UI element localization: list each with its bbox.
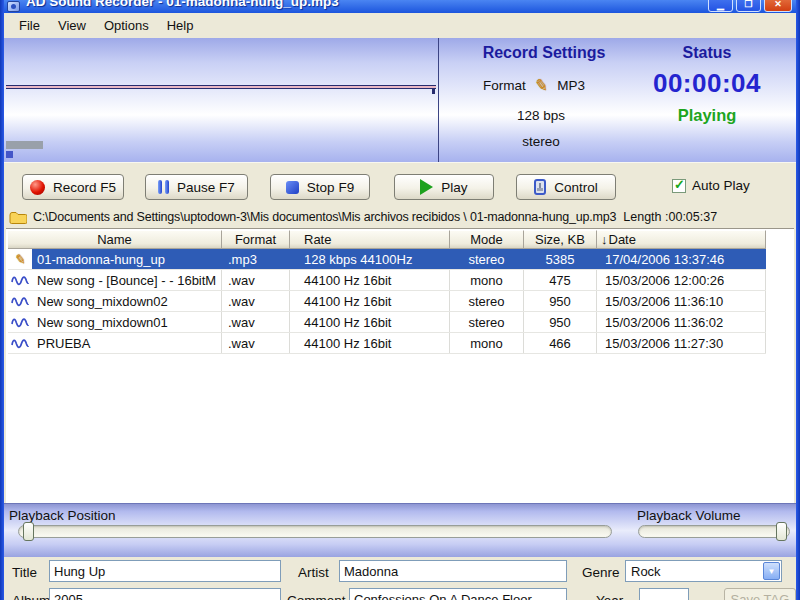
year-field[interactable] [639, 588, 689, 600]
playback-volume-slider[interactable] [638, 525, 790, 538]
wave-file-icon [11, 337, 29, 350]
row-date: 15/03/2006 11:36:02 [597, 312, 766, 332]
status-time: 00:00:04 [644, 68, 770, 99]
channel-mode-value: stereo [483, 134, 599, 149]
format-value: MP3 [557, 78, 585, 93]
play-icon [420, 179, 433, 195]
checkmark-icon: ✓ [674, 177, 685, 192]
control-button[interactable]: Control [516, 174, 616, 200]
close-button[interactable]: ✕ [764, 0, 792, 12]
row-name: PRUEBA [32, 333, 222, 353]
settings-panel: Record Settings Status Format ✎ MP3 00:0… [439, 38, 796, 162]
column-header-name[interactable]: Name [8, 230, 222, 249]
maximize-button[interactable]: ❐ [736, 0, 761, 12]
row-date: 15/03/2006 12:00:26 [597, 270, 766, 290]
genre-value: Rock [631, 564, 661, 579]
row-name: 01-madonna-hung_up [32, 249, 222, 269]
minimize-button[interactable]: ▁ [708, 0, 733, 12]
playback-volume-thumb[interactable] [776, 522, 787, 541]
column-header-size[interactable]: Size, KB [524, 230, 597, 249]
album-field[interactable] [49, 588, 281, 600]
artist-field[interactable] [339, 560, 567, 582]
row-format: .mp3 [222, 249, 290, 269]
row-format: .wav [222, 270, 290, 290]
row-name: New song_mixdown02 [32, 291, 222, 311]
year-label: Year [596, 593, 623, 600]
menu-options[interactable]: Options [95, 16, 158, 35]
record-button[interactable]: Record F5 [22, 174, 124, 200]
playback-position-thumb[interactable] [23, 522, 34, 541]
waveform-display [4, 38, 438, 162]
row-format: .wav [222, 312, 290, 332]
save-tag-button[interactable]: Save TAG [724, 588, 796, 600]
control-label: Control [554, 180, 598, 195]
table-row[interactable]: ✎ 01-madonna-hung_up .mp3 128 kbps 44100… [8, 249, 766, 270]
row-mode: stereo [450, 249, 524, 269]
stop-label: Stop F9 [307, 180, 354, 195]
autoplay-option: ✓ Auto Play [672, 178, 750, 193]
row-size: 950 [524, 291, 597, 311]
row-mode: stereo [450, 312, 524, 332]
status-state: Playing [651, 106, 763, 125]
playback-volume-label: Playback Volume [637, 508, 741, 523]
row-format: .wav [222, 291, 290, 311]
record-icon [30, 180, 45, 195]
pause-icon [158, 180, 169, 194]
table-body: ✎ 01-madonna-hung_up .mp3 128 kbps 44100… [8, 249, 766, 354]
title-label: Title [12, 565, 37, 580]
sort-arrow-icon: ↓ [601, 232, 608, 247]
row-name: New song_mixdown01 [32, 312, 222, 332]
column-header-date[interactable]: ↓Date [597, 230, 766, 249]
status-title: Status [651, 44, 763, 62]
artist-label: Artist [298, 565, 329, 580]
title-field[interactable] [49, 560, 281, 582]
row-rate: 44100 Hz 16bit [290, 333, 450, 353]
table-row[interactable]: New song_mixdown02 .wav 44100 Hz 16bit s… [8, 291, 766, 312]
playback-position-slider[interactable] [18, 525, 612, 538]
playback-section: Playback Position Playback Volume [4, 503, 796, 557]
window-border-left [0, 0, 4, 600]
row-date: 17/04/2006 13:37:46 [597, 249, 766, 269]
close-icon: ✕ [765, 0, 791, 9]
title-bar: AD Sound Recorder - 01-madonna-hung_up.m… [0, 0, 800, 13]
upper-panel: Record Settings Status Format ✎ MP3 00:0… [4, 38, 796, 162]
pause-button[interactable]: Pause F7 [145, 174, 248, 200]
tag-editor: Title Artist Genre Rock ▼ Album Comment … [4, 557, 796, 600]
format-row: Format ✎ MP3 [483, 76, 585, 95]
row-rate: 44100 Hz 16bit [290, 270, 450, 290]
table-row[interactable]: New song - [Bounce] - - 16bitM .wav 4410… [8, 270, 766, 291]
menu-help[interactable]: Help [158, 16, 203, 35]
autoplay-checkbox[interactable]: ✓ [672, 179, 686, 193]
album-label: Album [12, 593, 50, 600]
wave-file-icon [11, 316, 29, 329]
waveform-line [6, 85, 436, 89]
genre-dropdown-button[interactable]: ▼ [763, 562, 780, 580]
stop-button[interactable]: Stop F9 [270, 174, 370, 200]
menu-view[interactable]: View [49, 16, 95, 35]
table-row[interactable]: New song_mixdown01 .wav 44100 Hz 16bit s… [8, 312, 766, 333]
waveform-end-tick [432, 88, 435, 94]
path-bar: C:\Documents and Settings\uptodown-3\Mis… [4, 206, 796, 228]
genre-combobox[interactable]: Rock ▼ [625, 560, 782, 582]
row-size: 475 [524, 270, 597, 290]
format-label: Format [483, 78, 526, 93]
file-list: Name Format Rate Mode Size, KB ↓Date ✎ 0… [6, 228, 794, 503]
menu-bar: File View Options Help [4, 13, 796, 38]
column-header-mode[interactable]: Mode [450, 230, 524, 249]
pause-label: Pause F7 [177, 180, 235, 195]
waveform-scrollbar-thumb[interactable] [6, 141, 43, 149]
row-size: 950 [524, 312, 597, 332]
column-header-format[interactable]: Format [222, 230, 290, 249]
row-date: 15/03/2006 11:36:10 [597, 291, 766, 311]
menu-file[interactable]: File [10, 16, 49, 35]
transport-bar: Record F5 Pause F7 Stop F9 Play Control … [4, 162, 796, 206]
format-edit-icon[interactable]: ✎ [534, 75, 550, 96]
genre-label: Genre [582, 565, 620, 580]
app-icon [7, 1, 20, 12]
record-settings-title: Record Settings [459, 44, 629, 62]
column-header-rate[interactable]: Rate [290, 230, 450, 249]
file-path: C:\Documents and Settings\uptodown-3\Mis… [33, 210, 616, 224]
play-button[interactable]: Play [394, 174, 494, 200]
comment-field[interactable] [349, 588, 567, 600]
table-row[interactable]: PRUEBA .wav 44100 Hz 16bit mono 466 15/0… [8, 333, 766, 354]
